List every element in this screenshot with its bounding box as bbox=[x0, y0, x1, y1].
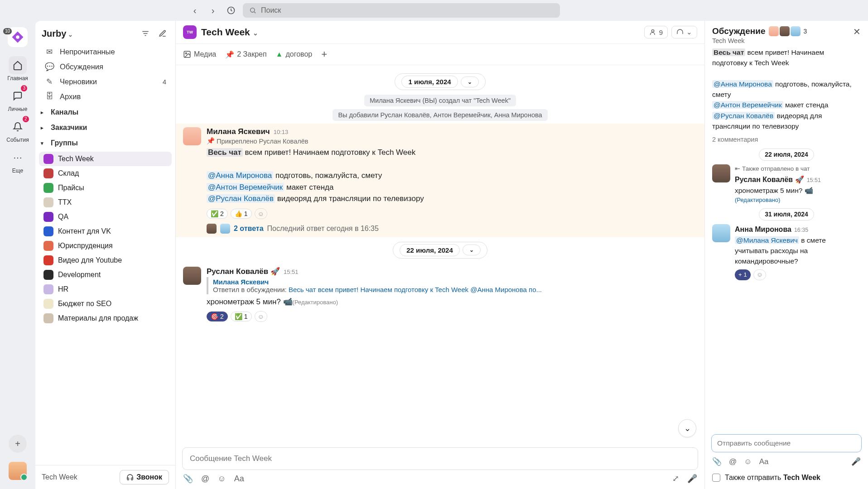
attach-icon[interactable]: 📎 bbox=[712, 457, 722, 466]
avatar[interactable] bbox=[712, 164, 730, 182]
compose-button[interactable] bbox=[156, 27, 169, 40]
members-button[interactable]: 9 bbox=[644, 26, 668, 38]
pin-icon: 📌 bbox=[207, 137, 215, 145]
thread-message[interactable]: Анна Миронова16:35 @Милана Яскевич в сме… bbox=[712, 224, 861, 280]
message[interactable]: Руслан Ковалёв 🚀15:51 Милана Яскевич Отв… bbox=[176, 263, 704, 326]
avatar[interactable] bbox=[183, 267, 201, 285]
attach-icon[interactable]: 📎 bbox=[183, 474, 193, 484]
mention[interactable]: @Милана Яскевич bbox=[735, 236, 799, 244]
sidebar-threads[interactable]: 💬Обсуждения bbox=[39, 59, 172, 74]
message[interactable]: Милана Яскевич10:13 📌Прикреплено Руслан … bbox=[176, 124, 704, 237]
section-groups[interactable]: ▾Группы bbox=[35, 135, 175, 151]
rail-more[interactable]: ⋯ Еще bbox=[9, 149, 27, 174]
composer-input[interactable] bbox=[183, 448, 698, 470]
more-icon: ⋯ bbox=[9, 149, 27, 167]
group-item[interactable]: QA bbox=[39, 210, 172, 224]
sidebar: Jurby⌄ ✉Непрочитанные 💬Обсуждения ✎Черно… bbox=[35, 21, 176, 489]
group-item[interactable]: Контент для VK bbox=[39, 224, 172, 239]
rail-home[interactable]: Главная bbox=[7, 56, 28, 82]
thread-replies-link[interactable]: 2 ответа bbox=[234, 225, 264, 233]
group-label: Материалы для продаж bbox=[58, 314, 138, 322]
mention-icon[interactable]: @ bbox=[729, 457, 737, 466]
workspace-logo[interactable]: 10 bbox=[8, 27, 28, 47]
close-thread-button[interactable]: ✕ bbox=[853, 26, 861, 37]
date-divider[interactable]: 1 июля, 2024 ⌄ bbox=[395, 73, 485, 90]
huddle-button[interactable]: ⌄ bbox=[671, 26, 697, 38]
format-icon[interactable]: Aa bbox=[759, 457, 769, 466]
history-icon[interactable] bbox=[225, 4, 237, 17]
section-channels[interactable]: ▸Каналы bbox=[35, 105, 175, 120]
mention[interactable]: @Руслан Ковалёв bbox=[207, 194, 275, 203]
filter-button[interactable] bbox=[139, 27, 152, 40]
reaction[interactable]: ✅ 1 bbox=[231, 312, 252, 321]
thread-composer-input[interactable] bbox=[712, 435, 861, 452]
rail-add-button[interactable]: + bbox=[9, 435, 27, 453]
mention[interactable]: @Анна Миронова bbox=[712, 80, 773, 88]
avatar[interactable] bbox=[183, 127, 201, 145]
date-divider[interactable]: 22 июля, 2024 ⌄ bbox=[393, 242, 487, 259]
tab-pins[interactable]: 📌2 Закреп bbox=[225, 50, 266, 59]
reaction[interactable]: 🎯 2 bbox=[207, 312, 228, 321]
mention[interactable]: @Антон Веремейчик bbox=[207, 183, 284, 192]
emoji-icon[interactable]: ☺ bbox=[217, 474, 226, 484]
mention-channel[interactable]: Весь чат bbox=[207, 148, 243, 157]
search-input[interactable]: Поиск bbox=[243, 3, 560, 18]
sidebar-archive[interactable]: 🗄Архив bbox=[39, 89, 172, 104]
mic-icon[interactable]: 🎤 bbox=[851, 457, 861, 466]
nav-back[interactable]: ‹ bbox=[188, 4, 201, 17]
user-avatar[interactable] bbox=[9, 462, 27, 480]
channel-title[interactable]: Tech Week ⌄ bbox=[201, 27, 258, 38]
section-customers[interactable]: ▸Заказчики bbox=[35, 120, 175, 135]
reply-quote[interactable]: Милана Яскевич Ответил в обсуждении: Вес… bbox=[207, 277, 697, 294]
rail-activity[interactable]: 2 События bbox=[6, 118, 29, 143]
group-item[interactable]: Бюджет по SEO bbox=[39, 297, 172, 311]
message-author[interactable]: Руслан Ковалёв 🚀 bbox=[735, 176, 804, 183]
emoji-icon[interactable]: ☺ bbox=[744, 457, 752, 466]
scroll-to-bottom[interactable]: ⌄ bbox=[678, 419, 696, 437]
mention-channel[interactable]: Весь чат bbox=[712, 48, 745, 56]
sidebar-unreads[interactable]: ✉Непрочитанные bbox=[39, 44, 172, 59]
message-composer[interactable] bbox=[182, 447, 698, 470]
mention[interactable]: @Антон Веремейчик bbox=[712, 101, 783, 109]
sidebar-drafts[interactable]: ✎Черновики4 bbox=[39, 74, 172, 89]
mention-icon[interactable]: @ bbox=[201, 474, 209, 484]
group-item[interactable]: Tech Week bbox=[39, 152, 172, 166]
format-icon[interactable]: Aa bbox=[234, 474, 244, 484]
group-item[interactable]: Development bbox=[39, 268, 172, 282]
message-author[interactable]: Руслан Ковалёв 🚀 bbox=[207, 267, 280, 276]
avatar[interactable] bbox=[712, 224, 730, 242]
group-label: Видео для Youtube bbox=[58, 256, 122, 264]
add-reaction[interactable]: ☺ bbox=[255, 311, 267, 322]
add-reaction[interactable]: ☺ bbox=[753, 269, 766, 280]
tab-add[interactable]: + bbox=[321, 48, 327, 60]
mention[interactable]: @Руслан Ковалёв bbox=[712, 112, 775, 120]
mention[interactable]: @Анна Миронова bbox=[207, 171, 273, 180]
thread-composer[interactable] bbox=[711, 434, 862, 452]
group-item[interactable]: Прайсы bbox=[39, 181, 172, 195]
group-item[interactable]: Склад bbox=[39, 166, 172, 181]
also-send-checkbox[interactable] bbox=[712, 474, 720, 482]
reaction[interactable]: 👍 1 bbox=[231, 209, 252, 219]
tab-media[interactable]: Медиа bbox=[183, 50, 216, 58]
tab-doc[interactable]: ▲договор bbox=[276, 50, 313, 58]
thread-participants[interactable]: 3 bbox=[769, 26, 807, 36]
group-item[interactable]: Материалы для продаж bbox=[39, 311, 172, 326]
expand-icon[interactable]: ⤢ bbox=[672, 474, 679, 484]
reaction[interactable]: + 1 bbox=[735, 269, 751, 280]
group-item[interactable]: ТТХ bbox=[39, 195, 172, 210]
add-reaction[interactable]: ☺ bbox=[255, 208, 267, 219]
group-item[interactable]: Юриспруденция bbox=[39, 239, 172, 253]
call-button[interactable]: Звонок bbox=[120, 470, 169, 484]
message-author[interactable]: Милана Яскевич bbox=[207, 127, 270, 136]
reaction[interactable]: ✅ 2 bbox=[207, 209, 228, 219]
group-item[interactable]: Видео для Youtube bbox=[39, 253, 172, 268]
message-author[interactable]: Анна Миронова bbox=[735, 225, 791, 233]
archive-icon: 🗄 bbox=[44, 92, 54, 101]
nav-forward[interactable]: › bbox=[207, 4, 219, 17]
rail-dms[interactable]: 3 Личные bbox=[8, 87, 28, 112]
workspace-switcher[interactable]: Jurby⌄ bbox=[42, 29, 73, 39]
channel-view: TW Tech Week ⌄ 9 ⌄ Медиа 📌2 Закреп ▲дого… bbox=[176, 21, 705, 489]
group-item[interactable]: HR bbox=[39, 282, 172, 297]
mic-icon[interactable]: 🎤 bbox=[687, 474, 697, 484]
thread-message[interactable]: ⇤Также отправлено в чат Руслан Ковалёв 🚀… bbox=[712, 164, 861, 205]
